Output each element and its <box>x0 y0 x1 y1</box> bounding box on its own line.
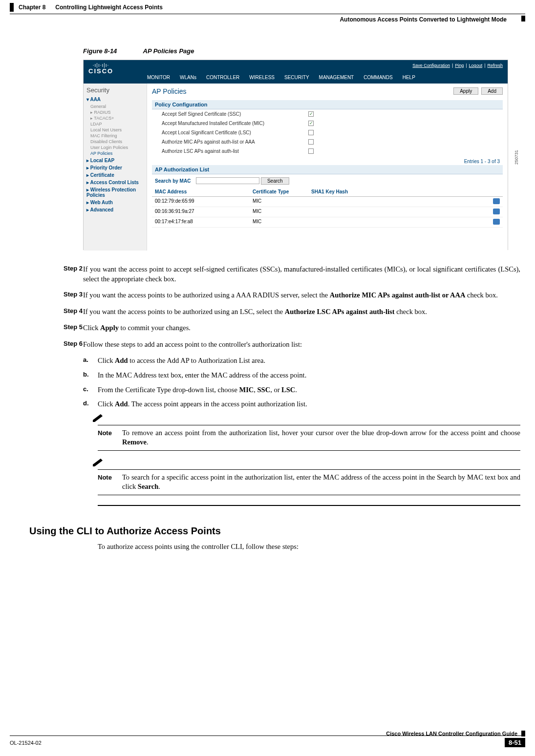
sidebar-priority-order[interactable]: ▸ Priority Order <box>86 165 144 170</box>
sub-body: From the Certificate Type drop-down list… <box>98 385 520 395</box>
ss-menubar: MONITOR WLANs CONTROLLER WIRELESS SECURI… <box>84 71 508 84</box>
sidebar-local-eap[interactable]: ▸ Local EAP <box>86 158 144 163</box>
sidebar-local-net-users[interactable]: Local Net Users <box>90 127 144 132</box>
apply-button[interactable]: Apply <box>453 87 478 95</box>
mic-checkbox[interactable] <box>308 121 314 126</box>
ping-link[interactable]: Ping <box>455 63 464 68</box>
sub-label: c. <box>83 385 98 395</box>
sub-body: In the MAC Address text box, enter the M… <box>98 371 520 380</box>
sidebar-general[interactable]: General <box>90 104 144 109</box>
sidebar-acl[interactable]: ▸ Access Control Lists <box>86 180 144 185</box>
add-button[interactable]: Add <box>481 87 503 95</box>
note-block-1: Note To remove an access point from the … <box>98 416 520 451</box>
sub-body: Click Add to access the Add AP to Author… <box>98 356 520 366</box>
logout-link[interactable]: Logout <box>469 63 483 68</box>
menu-security[interactable]: SECURITY <box>284 75 309 80</box>
policy-row-auth-lsc: Authorize LSC APs against auth-list <box>152 147 503 156</box>
sidebar-certificate[interactable]: ▸ Certificate <box>86 172 144 178</box>
sidebar-radius[interactable]: ▸ RADIUS <box>90 110 144 115</box>
sidebar-user-login[interactable]: User Login Policies <box>90 145 144 150</box>
refresh-link[interactable]: Refresh <box>487 63 503 68</box>
menu-wireless[interactable]: WIRELESS <box>249 75 275 80</box>
note-label: Note <box>98 473 122 481</box>
step-label: Step 5 <box>15 323 83 333</box>
ss-sidebar: Security ▾ AAA General ▸ RADIUS ▸ TACACS… <box>84 84 147 251</box>
sidebar-disabled-clients[interactable]: Disabled Clients <box>90 139 144 144</box>
step-label: Step 2 <box>15 265 83 284</box>
sidebar-tacacs[interactable]: ▸ TACACS+ <box>90 116 144 121</box>
page-header: Chapter 8 Controlling Lightweight Access… <box>10 0 525 14</box>
cisco-logo: ·ı|ı·ı|ı· CISCO <box>88 63 113 74</box>
row-dropdown-icon[interactable] <box>493 209 500 214</box>
save-config-link[interactable]: Save Configuration <box>412 63 450 68</box>
row-dropdown-icon[interactable] <box>493 219 500 225</box>
step-3: Step 3 If you want the access points to … <box>15 291 520 300</box>
policy-row-mic: Accept Manufactured Installed Certificat… <box>152 119 503 128</box>
page-footer: OL-21524-02 8-51 <box>10 735 525 747</box>
step-body: If you want the access points to be auth… <box>83 307 520 317</box>
sub-label: d. <box>83 399 98 409</box>
menu-commands[interactable]: COMMANDS <box>364 75 392 80</box>
header-right-row: Autonomous Access Points Converted to Li… <box>0 14 525 23</box>
auth-list-head: AP Authorization List <box>152 165 503 174</box>
col-sha1: SHA1 Key Hash <box>311 189 500 194</box>
sub-label: b. <box>83 371 98 380</box>
table-row: 00:16:36:91:9a:27 MIC <box>152 207 503 217</box>
note-label: Note <box>98 428 122 437</box>
lsc-checkbox[interactable] <box>308 130 314 135</box>
menu-monitor[interactable]: MONITOR <box>147 75 170 80</box>
figure-side-code: 250731 <box>514 150 519 165</box>
note-body: To search for a specific access point in… <box>122 473 520 492</box>
step-label: Step 3 <box>15 291 83 300</box>
ssc-checkbox[interactable] <box>308 111 314 117</box>
menu-wlans[interactable]: WLANs <box>180 75 196 80</box>
search-label: Search by MAC <box>155 178 191 184</box>
menu-help[interactable]: HELP <box>403 75 415 80</box>
note-icon <box>92 413 104 422</box>
section-divider <box>98 505 520 506</box>
policy-row-lsc: Accept Local Significant Certificate (LS… <box>152 128 503 137</box>
step-6d: d. Click Add. The access point appears i… <box>83 399 520 409</box>
cli-section-title: Using the CLI to Authorize Access Points <box>29 525 520 537</box>
step-body: If you want the access point to accept s… <box>83 265 520 284</box>
ss-main: AP Policies Policy Configuration Accept … <box>147 84 508 251</box>
menu-management[interactable]: MANAGEMENT <box>319 75 354 80</box>
table-row: 00:17:e4:17:fe:a8 MIC <box>152 217 503 228</box>
sidebar-ap-policies[interactable]: AP Policies <box>90 151 144 156</box>
search-button[interactable]: Search <box>261 177 289 185</box>
chapter-title: Controlling Lightweight Access Points <box>55 4 163 11</box>
sub-label: a. <box>83 356 98 366</box>
search-mac-input[interactable] <box>196 177 259 184</box>
sidebar-mac-filtering[interactable]: MAC Filtering <box>90 133 144 138</box>
step-2: Step 2 If you want the access point to a… <box>15 265 520 284</box>
sidebar-title: Security <box>86 86 144 94</box>
search-row: Search by MAC Search <box>152 174 503 187</box>
cli-section-intro: To authorize access points using the con… <box>98 543 520 551</box>
sidebar-web-auth[interactable]: ▸ Web Auth <box>86 200 144 205</box>
policy-row-ssc: Accept Self Signed Certificate (SSC) <box>152 109 503 119</box>
step-6c: c. From the Certificate Type drop-down l… <box>83 385 520 395</box>
auth-lsc-checkbox[interactable] <box>308 148 314 154</box>
step-6b: b. In the MAC Address text box, enter th… <box>83 371 520 380</box>
sidebar-aaa[interactable]: ▾ AAA <box>86 97 144 102</box>
row-dropdown-icon[interactable] <box>493 198 500 204</box>
col-mac: MAC Address <box>155 189 253 194</box>
sidebar-wireless-protection[interactable]: ▸ Wireless Protection Policies <box>86 187 144 198</box>
menu-controller[interactable]: CONTROLLER <box>206 75 239 80</box>
sidebar-advanced[interactable]: ▸ Advanced <box>86 207 144 212</box>
note-body: To remove an access point from the autho… <box>122 428 520 447</box>
entries-count: Entries 1 - 3 of 3 <box>152 159 500 164</box>
chapter-number: Chapter 8 <box>19 4 45 11</box>
auth-mic-checkbox[interactable] <box>308 139 314 145</box>
step-5: Step 5 Click Apply to commit your change… <box>15 323 520 333</box>
table-row: 00:12:79:de:65:99 MIC <box>152 197 503 207</box>
col-cert: Certificate Type <box>253 189 311 194</box>
sub-body: Click Add. The access point appears in t… <box>98 399 520 409</box>
step-label: Step 6 <box>15 340 83 350</box>
policy-config-head: Policy Configuration <box>152 100 503 109</box>
step-body: If you want the access points to be auth… <box>83 291 520 300</box>
auth-table-head: MAC Address Certificate Type SHA1 Key Ha… <box>152 187 503 197</box>
step-6a: a. Click Add to access the Add AP to Aut… <box>83 356 520 366</box>
ap-policies-heading: AP Policies <box>152 87 503 95</box>
sidebar-ldap[interactable]: LDAP <box>90 122 144 126</box>
